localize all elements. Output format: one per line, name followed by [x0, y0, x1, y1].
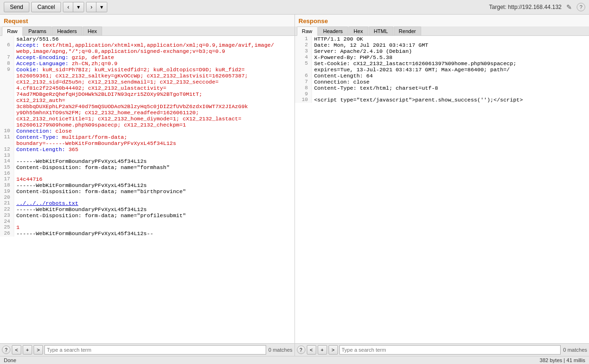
- line-content: <script type="text/javascript">parent.sh…: [312, 97, 589, 103]
- request-search-next[interactable]: +: [23, 345, 32, 355]
- response-title: Response: [295, 15, 589, 26]
- line-content: ------WebKitFormBoundaryPFvXyxL45f34L12s: [14, 206, 294, 212]
- toolbar: Send Cancel ‹ ▾ › ▾ Target: http://192.1…: [0, 0, 589, 15]
- header-value: text/html,application/xhtml+xml,applicat…: [16, 42, 274, 54]
- line-content: Accept: text/html,application/xhtml+xml,…: [14, 42, 294, 54]
- table-row: 9: [295, 91, 589, 97]
- line-number: 7: [295, 79, 312, 85]
- response-tab-render[interactable]: Render: [394, 26, 421, 35]
- response-search-matches: 0 matches: [563, 347, 587, 353]
- table-row: 23Content-Disposition: form-data; name="…: [0, 212, 294, 219]
- request-tab-params[interactable]: Params: [23, 26, 52, 35]
- table-row: 21../../../robots.txt: [0, 200, 294, 206]
- nav-back-group: ‹ ▾: [63, 2, 84, 12]
- line-number: 25: [0, 224, 14, 230]
- request-search-help[interactable]: ?: [2, 346, 10, 354]
- table-row: 6Accept: text/html,application/xhtml+xml…: [0, 42, 294, 54]
- line-number: 20: [0, 195, 14, 200]
- table-row: 26------WebKitFormBoundaryPFvXyxL45f34L1…: [0, 230, 294, 237]
- line-content: Content-Disposition: form-data; name="fo…: [14, 164, 294, 170]
- request-tab-headers[interactable]: Headers: [52, 26, 82, 35]
- line-content: Connection: close: [14, 128, 294, 134]
- line-number: 5: [295, 60, 312, 73]
- target-info: Target: http://192.168.44.132 ✎ ?: [489, 2, 585, 12]
- response-code-area[interactable]: 1HTTP/1.1 200 OK2Date: Mon, 12 Jul 2021 …: [295, 36, 589, 343]
- line-content: Content-Type: multipart/form-data; bound…: [14, 134, 294, 146]
- cancel-button[interactable]: Cancel: [31, 2, 61, 12]
- response-search-next[interactable]: +: [318, 345, 327, 355]
- response-search-next2[interactable]: >: [329, 345, 338, 355]
- request-search-bar: ? < + > 0 matches: [0, 343, 294, 356]
- table-row: 19Content-Disposition: form-data; name="…: [0, 188, 294, 195]
- response-tab-raw[interactable]: Raw: [297, 26, 318, 36]
- line-content: 1: [14, 224, 294, 230]
- table-row: 20: [0, 195, 294, 200]
- help-button[interactable]: ?: [577, 3, 585, 11]
- line-number: 1: [295, 36, 312, 42]
- response-tab-headers[interactable]: Headers: [318, 26, 348, 35]
- line-number: 15: [0, 164, 14, 170]
- header-key: Accept:: [16, 42, 39, 48]
- nav-forward-button[interactable]: ›: [87, 2, 96, 12]
- line-number: 26: [0, 230, 14, 237]
- line-number: 22: [0, 206, 14, 212]
- line-number: 10: [295, 97, 312, 103]
- response-search-help[interactable]: ?: [297, 346, 305, 354]
- line-number: 13: [0, 152, 14, 158]
- nav-back-button[interactable]: ‹: [63, 2, 73, 12]
- line-content: [14, 152, 294, 158]
- line-content: ------WebKitFormBoundaryPFvXyxL45f34L12s…: [14, 230, 294, 237]
- line-content: Content-Length: 64: [312, 73, 589, 79]
- edit-target-button[interactable]: ✎: [564, 2, 574, 12]
- line-content: Content-Length: 365: [14, 146, 294, 152]
- table-row: 1HTTP/1.1 200 OK: [295, 36, 589, 42]
- line-content: Content-Disposition: form-data; name="bi…: [14, 188, 294, 195]
- request-tab-raw[interactable]: Raw: [2, 26, 23, 36]
- table-row: 16: [0, 170, 294, 176]
- line-content: 14c44716: [14, 176, 294, 182]
- line-content: Server: Apache/2.4.10 (Debian): [312, 48, 589, 54]
- header-value: gzip, deflate: [69, 54, 114, 60]
- line-number: 3: [295, 48, 312, 54]
- line-number: 6: [0, 42, 14, 54]
- line-content: [14, 219, 294, 224]
- response-code-table: 1HTTP/1.1 200 OK2Date: Mon, 12 Jul 2021 …: [295, 36, 589, 103]
- line-number: 18: [0, 182, 14, 188]
- table-row: 2Date: Mon, 12 Jul 2021 03:43:17 GMT: [295, 42, 589, 48]
- header-key: Accept-Language:: [16, 60, 68, 67]
- request-tab-bar: Raw Params Headers Hex: [0, 26, 294, 36]
- line-content: ------WebKitFormBoundaryPFvXyxL45f34L12s: [14, 158, 294, 164]
- response-tab-hex[interactable]: Hex: [348, 26, 368, 35]
- status-left: Done: [4, 357, 16, 363]
- line-content: Accept-Encoding: gzip, deflate: [14, 54, 294, 60]
- table-row: 8Accept-Language: zh-CN,zh;q=0.9: [0, 60, 294, 67]
- table-row: 6Content-Length: 64: [295, 73, 589, 79]
- request-search-next2[interactable]: >: [34, 345, 43, 355]
- line-content: ------WebKitFormBoundaryPFvXyxL45f34L12s: [14, 182, 294, 188]
- send-button[interactable]: Send: [4, 2, 29, 12]
- header-value: zh-CN,zh;q=0.9: [69, 60, 118, 67]
- request-search-input[interactable]: [44, 345, 266, 355]
- request-search-prev[interactable]: <: [12, 345, 21, 355]
- line-content: [14, 170, 294, 176]
- header-value: 365: [65, 146, 78, 152]
- table-row: 251: [0, 224, 294, 230]
- status-right: 382 bytes | 41 millis: [540, 357, 585, 363]
- header-value: close: [52, 128, 71, 134]
- response-search-prev[interactable]: <: [307, 345, 316, 355]
- nav-back-dropdown[interactable]: ▾: [73, 2, 84, 12]
- response-tab-html[interactable]: HTML: [369, 26, 393, 35]
- response-search-bar: ? < + > 0 matches: [295, 343, 589, 356]
- response-search-input[interactable]: [339, 345, 561, 355]
- table-row: 4X-Powered-By: PHP/5.5.38: [295, 54, 589, 60]
- request-tab-hex[interactable]: Hex: [83, 26, 103, 35]
- nav-forward-dropdown[interactable]: ▾: [96, 2, 107, 12]
- line-number: 23: [0, 212, 14, 219]
- request-code-table: salary/551.566Accept: text/html,applicat…: [0, 36, 294, 237]
- header-key: Connection:: [16, 128, 52, 134]
- line-content: Connection: close: [312, 79, 589, 85]
- line-content: ../../../robots.txt: [14, 200, 294, 206]
- request-code-area[interactable]: salary/551.566Accept: text/html,applicat…: [0, 36, 294, 343]
- response-tab-bar: Raw Headers Hex HTML Render: [295, 26, 589, 36]
- link[interactable]: ../../../robots.txt: [16, 200, 78, 206]
